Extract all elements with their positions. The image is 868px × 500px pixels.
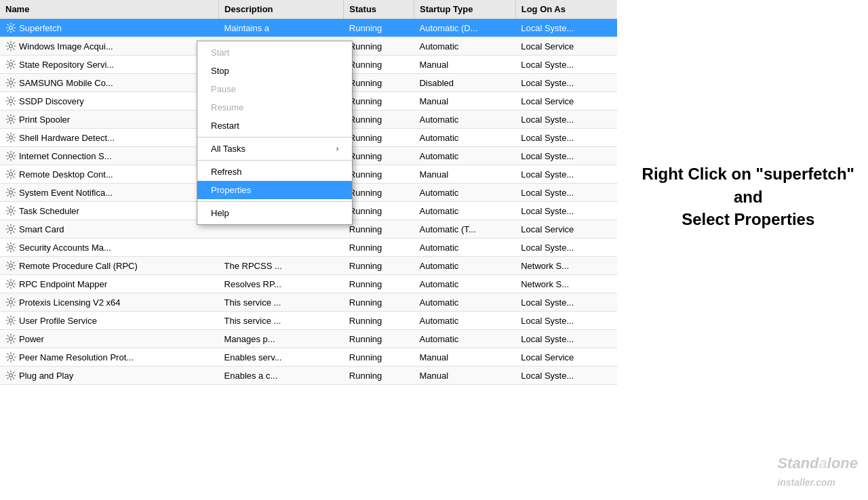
menu-item-properties[interactable]: Properties [197,181,352,199]
cell-status: Running [344,293,414,312]
cell-startup-type: Manual [414,348,515,367]
watermark-text: Standalone [777,455,858,472]
annotation-line2: and [642,186,854,209]
cell-logon: Local Syste... [515,19,617,37]
svg-point-7 [9,154,13,158]
menu-separator [197,137,352,138]
menu-item-label: Help [211,208,229,218]
service-name: State Repository Servi... [19,60,114,70]
cell-status: Running [344,367,414,385]
annotation-text: Right Click on "superfetch" and Select P… [642,163,854,231]
service-name: System Event Notifica... [19,188,113,198]
cell-logon: Local Syste... [515,184,617,202]
svg-point-8 [9,173,13,176]
service-name: Power [19,334,44,344]
cell-description: The RPCSS ... [219,257,344,275]
menu-item-label: All Tasks [211,144,245,154]
table-row[interactable]: RPC Endpoint MapperResolves RP...Running… [0,275,617,293]
cell-description: This service ... [219,293,344,312]
cell-name: Remote Desktop Cont... [0,165,190,183]
svg-point-15 [9,301,13,304]
service-name: Internet Connection S... [19,151,112,161]
svg-point-4 [9,100,13,103]
svg-point-6 [9,136,13,140]
annotation-line1: Right Click on "superfetch" [642,163,854,186]
cell-startup-type: Automatic [414,330,515,348]
svg-point-11 [9,228,13,231]
table-row[interactable]: Protexis Licensing V2 x64This service ..… [0,293,617,312]
svg-point-19 [9,374,13,377]
svg-point-17 [9,337,13,341]
cell-startup-type: Manual [414,56,515,74]
table-row[interactable]: Plug and PlayEnables a c...RunningManual… [0,367,617,385]
gear-icon [5,187,16,198]
menu-item-pause: Pause [197,80,352,98]
menu-item-label: Pause [211,84,236,94]
col-header-name[interactable]: Name [0,0,219,19]
col-header-logon[interactable]: Log On As [515,0,617,19]
svg-point-14 [9,283,13,286]
cell-name: User Profile Service [0,312,190,329]
col-header-description[interactable]: Description [219,0,344,19]
table-row[interactable]: PowerManages p...RunningAutomaticLocal S… [0,330,617,348]
table-row[interactable]: Security Accounts Ma...RunningAutomaticL… [0,238,617,257]
menu-item-all-tasks[interactable]: All Tasks› [197,140,352,158]
cell-startup-type: Automatic [414,238,515,257]
service-name: Remote Procedure Call (RPC) [19,261,138,271]
menu-item-label: Refresh [211,167,242,177]
cell-name: RPC Endpoint Mapper [0,275,190,293]
menu-separator [197,160,352,161]
cell-logon: Local Syste... [515,293,617,312]
service-name: Task Scheduler [19,206,79,216]
cell-description [219,238,344,257]
watermark-subtext: installer.com [777,477,835,488]
cell-status: Running [344,184,414,202]
cell-name: Plug and Play [0,367,190,384]
cell-status: Running [344,56,414,74]
cell-startup-type: Automatic [414,147,515,165]
cell-description: Resolves RP... [219,275,344,293]
cell-status: Running [344,92,414,110]
table-row[interactable]: Remote Procedure Call (RPC)The RPCSS ...… [0,257,617,275]
table-row[interactable]: SuperfetchMaintains aRunningAutomatic (D… [0,19,617,37]
cell-name: SAMSUNG Mobile Co... [0,74,190,91]
cell-status: Running [344,348,414,367]
menu-item-stop[interactable]: Stop [197,62,352,80]
cell-logon: Local Syste... [515,367,617,385]
gear-icon [5,315,16,326]
cell-description: Enables serv... [219,348,344,367]
cell-status: Running [344,74,414,92]
cell-description: This service ... [219,312,344,330]
gear-icon [5,150,16,161]
cell-startup-type: Automatic [414,293,515,312]
menu-item-restart[interactable]: Restart [197,117,352,135]
cell-startup-type: Automatic (T... [414,220,515,238]
cell-logon: Local Syste... [515,330,617,348]
svg-point-3 [9,81,13,85]
cell-name: Internet Connection S... [0,147,190,165]
col-header-status[interactable]: Status [344,0,414,19]
service-name: Superfetch [19,23,62,33]
cell-logon: Local Service [515,220,617,238]
cell-name: Peer Name Resolution Prot... [0,348,190,366]
gear-icon [5,114,16,125]
menu-item-help[interactable]: Help [197,204,352,222]
cell-status: Running [344,220,414,238]
service-name: RPC Endpoint Mapper [19,279,107,289]
annotation-line3: Select Properties [642,208,854,231]
cell-logon: Local Syste... [515,56,617,74]
cell-startup-type: Automatic [414,110,515,129]
menu-separator [197,201,352,202]
svg-point-5 [9,118,13,121]
cell-startup-type: Automatic [414,257,515,275]
gear-icon [5,132,16,143]
svg-point-0 [9,26,13,30]
col-header-startup[interactable]: Startup Type [414,0,515,19]
service-name: Plug and Play [19,371,73,381]
menu-item-resume: Resume [197,98,352,117]
menu-item-refresh[interactable]: Refresh [197,163,352,181]
table-row[interactable]: Peer Name Resolution Prot...Enables serv… [0,348,617,367]
cell-logon: Local Service [515,92,617,110]
table-row[interactable]: User Profile ServiceThis service ...Runn… [0,312,617,330]
cell-startup-type: Automatic [414,202,515,220]
